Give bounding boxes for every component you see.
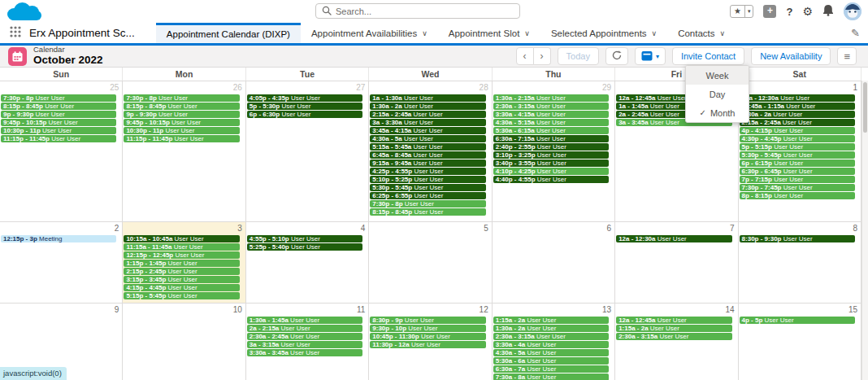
calendar-event[interactable]: 8:30p - 9p User User bbox=[370, 317, 485, 324]
calendar-event[interactable]: 1:30a - 2a User User bbox=[370, 103, 485, 110]
search-input[interactable] bbox=[336, 7, 514, 16]
calendar-event[interactable]: 4:10p - 4:25p User User bbox=[493, 168, 609, 175]
date-number[interactable]: 9 bbox=[0, 304, 122, 317]
calendar-event[interactable]: 9:45p - 10:15p User User bbox=[1, 119, 116, 126]
date-number[interactable]: 13 bbox=[493, 304, 614, 317]
date-number[interactable]: 28 bbox=[369, 81, 491, 94]
setup-gear-icon[interactable]: ⚙ bbox=[802, 6, 813, 17]
calendar-event[interactable]: 7p - 7:15p User User bbox=[740, 176, 855, 183]
help-icon[interactable]: ? bbox=[786, 6, 792, 18]
calendar-event[interactable]: 3a - 3:30a User User bbox=[370, 119, 485, 126]
day-cell[interactable]: 712a - 12:30a User User bbox=[615, 222, 738, 304]
date-number[interactable]: 15 bbox=[739, 304, 861, 317]
calendar-event[interactable]: 8:15p - 8:45p User User bbox=[124, 103, 239, 110]
calendar-event[interactable]: 4:40p - 4:55p User User bbox=[493, 176, 609, 183]
previous-button[interactable]: ‹ bbox=[516, 47, 534, 65]
calendar-event[interactable]: 2:15a - 2:45a User User bbox=[370, 111, 485, 118]
chevron-down-icon[interactable]: ▾ bbox=[745, 8, 753, 15]
calendar-event[interactable]: 5:30a - 6a User User bbox=[493, 357, 609, 365]
tab-contacts[interactable]: Contacts∨ bbox=[667, 23, 736, 43]
calendar-event[interactable]: 4:25p - 4:55p User User bbox=[370, 168, 485, 175]
day-cell[interactable]: 281a - 1:30a User User1:30a - 2a User Us… bbox=[369, 81, 492, 222]
calendar-event[interactable]: 10:15a - 10:45a User User bbox=[124, 235, 239, 242]
date-number[interactable]: 7 bbox=[615, 222, 737, 235]
calendar-event[interactable]: 2:40p - 2:55p User User bbox=[493, 143, 609, 151]
calendar-event[interactable]: 8:15p - 8:45p User User bbox=[1, 103, 116, 110]
calendar-event[interactable]: 2:30a - 3:15a User User bbox=[493, 333, 609, 340]
calendar-event[interactable]: 11:30p - 12a User User bbox=[370, 341, 485, 348]
day-cell[interactable]: 112a - 12:30a User User12:45a - 1:15a Us… bbox=[739, 81, 861, 222]
calendar-event[interactable]: 4:30a - 5:15a User User bbox=[493, 119, 609, 126]
calendar-event[interactable]: 1:30a - 1:45a User User bbox=[247, 317, 362, 324]
chevron-down-icon[interactable]: ∨ bbox=[524, 29, 530, 37]
calendar-event[interactable]: 4:30a - 5a User User bbox=[370, 135, 485, 142]
chevron-down-icon[interactable]: ∨ bbox=[720, 29, 726, 37]
tab-appointment-availabilities[interactable]: Appointment Availabilities∨ bbox=[301, 23, 438, 43]
calendar-event[interactable]: 1:15a - 2a User User bbox=[493, 317, 609, 324]
calendar-event[interactable]: 12a - 12:30a User User bbox=[740, 94, 855, 102]
calendar-event[interactable]: 2:30a - 3:15a User User bbox=[493, 103, 609, 110]
date-number[interactable]: 10 bbox=[123, 304, 245, 317]
day-cell[interactable]: 111:30a - 1:45a User User2a - 2:15a User… bbox=[246, 304, 369, 380]
calendar-event[interactable]: 11:15a - 11:45a User User bbox=[124, 243, 239, 251]
calendar-event[interactable]: 1:15p - 1:45p User User bbox=[124, 260, 239, 267]
next-button[interactable]: › bbox=[534, 47, 551, 65]
calendar-event[interactable]: 12:15p - 12:45p User User bbox=[124, 251, 239, 259]
calendar-event[interactable]: 3:45a - 4:15a User User bbox=[370, 127, 485, 134]
tab-selected-appointments[interactable]: Selected Appointments∨ bbox=[540, 23, 667, 43]
notifications-bell-icon[interactable] bbox=[822, 4, 834, 20]
calendar-event[interactable]: 5:25p - 5:40p User User bbox=[247, 243, 362, 251]
calendar-event[interactable]: 8:15p - 8:45p User User bbox=[370, 208, 485, 216]
date-number[interactable]: 5 bbox=[369, 222, 491, 235]
calendar-event[interactable]: 3a - 3:15a User User bbox=[247, 341, 362, 348]
calendar-event[interactable]: 1:30a - 2:15a User User bbox=[493, 94, 609, 102]
day-cell[interactable]: 212:15p - 3p Meeting bbox=[0, 222, 123, 304]
app-launcher-waffle-icon[interactable] bbox=[10, 26, 21, 41]
calendar-event[interactable]: 3:10p - 3:25p User User bbox=[493, 151, 609, 159]
day-cell[interactable]: 291:30a - 2:15a User User2:30a - 3:15a U… bbox=[493, 81, 615, 222]
calendar-event[interactable]: 7:30p - 8p User User bbox=[124, 94, 239, 102]
date-number[interactable]: 29 bbox=[493, 81, 614, 94]
calendar-event[interactable]: 3:15p - 3:45p User User bbox=[124, 276, 239, 283]
date-number[interactable]: 6 bbox=[493, 222, 614, 235]
calendar-event[interactable]: 10:30p - 11p User User bbox=[1, 127, 116, 134]
calendar-event[interactable]: 7:30a - 8a User User bbox=[493, 373, 609, 380]
user-avatar[interactable] bbox=[844, 2, 861, 20]
calendar-event[interactable]: 4:30p - 4:45p User User bbox=[740, 135, 855, 142]
day-cell[interactable]: 274:05p - 4:35p User User5p - 5:30p User… bbox=[246, 81, 369, 222]
calendar-event[interactable]: 6p - 6:15p User User bbox=[740, 159, 855, 167]
calendar-event[interactable]: 5p - 5:15p User User bbox=[740, 143, 855, 151]
calendar-event[interactable]: 9:45p - 10:15p User User bbox=[124, 119, 239, 126]
calendar-event[interactable]: 12:45a - 1:15a User User bbox=[740, 103, 855, 110]
day-cell[interactable]: 310:15a - 10:45a User User11:15a - 11:45… bbox=[123, 222, 245, 304]
calendar-event[interactable]: 3:30a - 3:45a User User bbox=[247, 349, 362, 356]
calendar-event[interactable]: 7:30p - 7:45p User User bbox=[740, 184, 855, 191]
calendar-event[interactable]: 4:30a - 5a User User bbox=[493, 349, 609, 356]
calendar-event[interactable]: 7:30p - 8p User User bbox=[1, 94, 116, 102]
scrollbar-thumb[interactable] bbox=[863, 82, 867, 133]
calendar-event[interactable]: 2:15a - 2:45a User User bbox=[740, 119, 855, 126]
calendar-event[interactable]: 3:40p - 3:55p User User bbox=[493, 159, 609, 167]
calendar-event[interactable]: 1a - 1:30a User User bbox=[370, 94, 485, 102]
calendar-event[interactable]: 12:15p - 3p Meeting bbox=[1, 235, 116, 242]
star-icon[interactable]: ★ bbox=[731, 6, 745, 17]
new-availability-button[interactable]: New Availability bbox=[751, 47, 831, 65]
calendar-event[interactable]: 6:30a - 7a User User bbox=[493, 365, 609, 373]
day-cell[interactable]: 257:30p - 8p User User8:15p - 8:45p User… bbox=[0, 81, 123, 222]
today-button[interactable]: Today bbox=[558, 47, 599, 65]
calendar-event[interactable]: 5p - 5:30p User User bbox=[247, 103, 362, 110]
calendar-event[interactable]: 5:15a - 5:45a User User bbox=[370, 143, 485, 151]
calendar-event[interactable]: 3:30a - 4:15a User User bbox=[493, 111, 609, 118]
vertical-scrollbar[interactable] bbox=[861, 81, 868, 380]
calendar-event[interactable]: 9p - 9:30p User User bbox=[1, 111, 116, 118]
calendar-event[interactable]: 4:55p - 5:10p User User bbox=[247, 235, 362, 242]
view-menu-item-month[interactable]: ✓Month bbox=[686, 103, 749, 122]
day-cell[interactable]: 1412a - 12:45a User User1:15a - 2a User … bbox=[615, 304, 738, 380]
date-number[interactable]: 3 bbox=[123, 222, 245, 235]
calendar-event[interactable]: 5:15p - 5:45p User User bbox=[124, 292, 239, 299]
date-number[interactable]: 1 bbox=[739, 81, 861, 94]
calendar-event[interactable]: 12a - 12:45a User User bbox=[616, 317, 731, 324]
day-cell[interactable]: 154p - 5p User User bbox=[739, 304, 861, 380]
date-number[interactable]: 14 bbox=[615, 304, 737, 317]
tab-appointment-calendar-dixp-[interactable]: Appointment Calendar (DIXP) bbox=[156, 23, 301, 43]
